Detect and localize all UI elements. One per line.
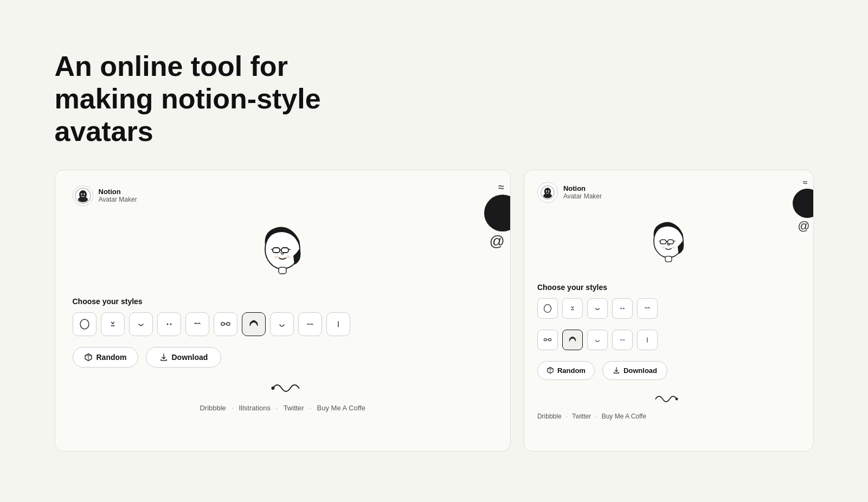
svg-rect-13 (279, 267, 286, 274)
download-label-small: Download (623, 366, 657, 375)
svg-point-11 (274, 255, 279, 258)
footer-sep1-small: · (566, 413, 568, 420)
card-large: Notion Avatar Maker ≈ @ (55, 170, 511, 452)
avatar-svg-large (247, 217, 318, 287)
cube-icon-large (84, 353, 93, 362)
squiggle-deco-small (537, 390, 800, 406)
section-label-small: Choose your styles (537, 283, 800, 292)
style-btn-nose[interactable] (101, 312, 125, 336)
footer-dribbble-small[interactable]: Dribbble (537, 413, 562, 420)
random-label-small: Random (557, 366, 586, 375)
style-btn-sm-beard[interactable] (587, 330, 608, 350)
style-btn-sm-eyes[interactable] (612, 298, 633, 319)
logo-title-small: Notion (563, 184, 602, 193)
svg-point-17 (170, 323, 171, 325)
footer-twitter-small[interactable]: Twitter (572, 413, 591, 420)
style-btn-sm-hair[interactable] (562, 330, 583, 350)
style-btn-sm-glasses[interactable] (537, 330, 558, 350)
footer-buymeacoffee-small[interactable]: Buy Me A Coffe (602, 413, 647, 420)
style-btn-sm-mouth[interactable] (587, 298, 608, 319)
svg-point-29 (543, 193, 552, 198)
deco-lines-small: ≈ (803, 178, 808, 188)
svg-point-38 (661, 246, 665, 248)
avatar-svg-small (639, 214, 698, 273)
download-icon-small (613, 366, 620, 374)
logo-area-large: Notion Avatar Maker (73, 185, 493, 206)
style-btn-beard[interactable] (270, 312, 294, 336)
logo-area-small: Notion Avatar Maker (537, 182, 800, 203)
svg-point-39 (672, 246, 676, 248)
svg-rect-45 (544, 338, 546, 340)
svg-rect-46 (549, 338, 551, 340)
logo-icon-large (73, 185, 93, 206)
deco-circle-small (793, 189, 814, 218)
section-label-large: Choose your styles (73, 297, 493, 306)
svg-point-14 (80, 319, 89, 329)
random-label-large: Random (97, 353, 127, 362)
style-grid-large (73, 312, 493, 336)
svg-rect-18 (221, 323, 224, 325)
svg-point-2 (78, 197, 88, 202)
avatar-display-small (537, 214, 800, 273)
svg-point-4 (83, 193, 85, 195)
logo-subtitle-large: Avatar Maker (99, 196, 137, 203)
logo-subtitle-small: Avatar Maker (563, 192, 602, 200)
style-grid-small-row2 (537, 330, 800, 350)
logo-icon-small (537, 182, 558, 203)
style-btn-sm-detail2[interactable] (637, 330, 658, 350)
footer-sep2-large: · (276, 404, 278, 412)
style-btn-sm-brows[interactable] (637, 298, 658, 319)
footer-dribbble-large[interactable]: Dribbble (200, 404, 226, 412)
svg-point-12 (286, 255, 291, 258)
page-wrapper: An online tool for making notion-style a… (55, 50, 814, 451)
style-btn-brows[interactable] (185, 312, 209, 336)
download-button-large[interactable]: Download (146, 347, 222, 368)
cube-icon-small (546, 366, 554, 374)
random-button-small[interactable]: Random (537, 361, 595, 380)
style-btn-detail1[interactable] (298, 312, 322, 336)
style-btn-face[interactable] (73, 312, 97, 336)
svg-point-31 (548, 190, 549, 192)
logo-text-small: Notion Avatar Maker (563, 184, 602, 201)
footer-links-large: Dribbble · Illstrations · Twitter · Buy … (73, 404, 493, 412)
download-button-small[interactable]: Download (602, 361, 667, 380)
footer-sep1-large: · (232, 404, 234, 412)
deco-circle-large (484, 195, 511, 231)
style-btn-sm-face[interactable] (537, 298, 558, 319)
card-small: Notion Avatar Maker ≈ @ (524, 170, 814, 452)
style-btn-detail2[interactable] (326, 312, 350, 336)
deco-lines-large: ≈ (498, 181, 504, 194)
style-btn-hair[interactable] (242, 312, 266, 336)
svg-point-43 (620, 307, 621, 308)
download-icon-large (159, 353, 168, 362)
svg-point-16 (166, 323, 168, 325)
style-btn-sm-detail1[interactable] (612, 330, 633, 350)
cards-row: Notion Avatar Maker ≈ @ (55, 170, 814, 452)
footer-sep2-small: · (595, 413, 597, 420)
footer-twitter-large[interactable]: Twitter (284, 404, 304, 412)
headline-line2: making notion-style avatars (55, 83, 321, 147)
random-button-large[interactable]: Random (73, 347, 138, 368)
logo-title-large: Notion (99, 188, 137, 196)
svg-point-53 (675, 397, 678, 400)
action-row-small: Random Download (537, 361, 800, 380)
deco-spiral-small: @ (798, 219, 809, 233)
logo-text-large: Notion Avatar Maker (99, 188, 137, 204)
footer-illustrations-large[interactable]: Illstrations (239, 404, 271, 412)
squiggle-deco-large (73, 377, 493, 396)
deco-corner-small: ≈ @ (793, 178, 813, 233)
svg-rect-19 (227, 323, 230, 325)
svg-point-30 (546, 190, 547, 192)
download-label-large: Download (172, 353, 208, 362)
deco-corner-large: ≈ @ (484, 181, 510, 250)
headline: An online tool for making notion-style a… (55, 50, 423, 147)
footer-buymeacoffee-large[interactable]: Buy Me A Coffe (317, 404, 365, 412)
footer-sep3-large: · (310, 404, 312, 412)
style-btn-sm-nose[interactable] (562, 298, 583, 319)
style-btn-glasses[interactable] (214, 312, 237, 336)
style-grid-small-row1 (537, 298, 800, 319)
svg-point-44 (623, 307, 624, 308)
style-btn-mouth[interactable] (129, 312, 153, 336)
avatar-display-large (73, 217, 493, 287)
style-btn-eyes[interactable] (157, 312, 181, 336)
